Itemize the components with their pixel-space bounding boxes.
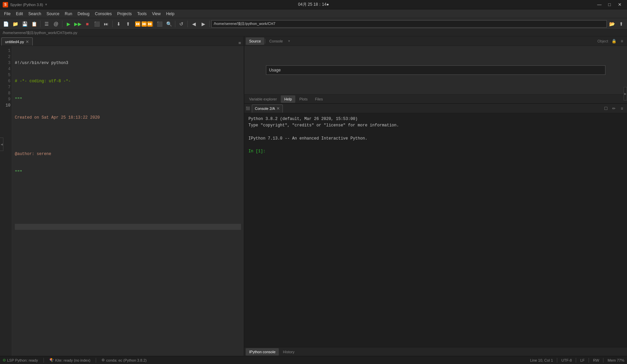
help-tab-source[interactable]: Source	[246, 37, 264, 45]
console-prompt: In [1]:	[248, 149, 265, 154]
editor-tab-untitled4[interactable]: untitled4.py ✕	[1, 37, 33, 46]
step-into-button[interactable]: ⬇	[114, 20, 123, 28]
line-num-2: 2	[1, 54, 10, 60]
console-maximize-button[interactable]: ☐	[602, 105, 609, 112]
console-line-5	[248, 142, 623, 148]
back-button[interactable]: ◀	[189, 20, 198, 28]
open-file-button[interactable]: 📁	[11, 20, 20, 28]
forward-button[interactable]: ▶	[199, 20, 208, 28]
save-as-button[interactable]: 📋	[30, 20, 38, 28]
line-num-1: 1	[1, 48, 10, 54]
filepath-bar: /home/serene/项目/python_work/CH7/pets.py	[0, 30, 627, 36]
tab-variable-explorer[interactable]: Variable explorer	[246, 95, 280, 103]
right-expand-button[interactable]: ▶	[624, 87, 627, 100]
debug-button[interactable]: ⬛	[92, 20, 101, 28]
console-tab-label: Console 2/A	[255, 107, 275, 111]
menu-search[interactable]: Search	[26, 10, 44, 17]
interrupt-button[interactable]: ⬛	[155, 20, 164, 28]
menu-consoles[interactable]: Consoles	[92, 10, 114, 17]
titlebar-controls: — □ ✕	[595, 1, 624, 8]
menu-edit[interactable]: Edit	[13, 10, 26, 17]
maximize-button[interactable]: □	[605, 1, 614, 8]
run-button[interactable]: ▶	[64, 20, 73, 28]
menu-run[interactable]: Run	[62, 10, 75, 17]
console-tab-2a[interactable]: Console 2/A ✕	[252, 104, 283, 113]
menu-projects[interactable]: Projects	[115, 10, 135, 17]
statusbar-sep-4	[576, 358, 576, 363]
editor-tab-menu[interactable]: ≡	[237, 40, 242, 46]
menu-debug[interactable]: Debug	[75, 10, 92, 17]
right-panel: ▶ Source Console ▾ Object 🔒 ≡ Varia	[244, 36, 627, 356]
help-tab-console[interactable]: Console	[266, 37, 286, 45]
line-num-10: 10	[1, 102, 10, 109]
eol: LF	[580, 358, 585, 362]
toolbar-sep-4	[153, 21, 153, 27]
code-line-6: @author: serene	[15, 151, 241, 157]
help-tabs: Source Console ▾ Object 🔒 ≡	[244, 36, 627, 46]
at-button[interactable]: @	[52, 20, 60, 28]
code-line-8	[15, 187, 241, 193]
editor-tabs: untitled4.py ✕ ≡	[0, 36, 244, 46]
path-up-button[interactable]: ⬆	[617, 20, 626, 28]
tab-files[interactable]: Files	[311, 95, 326, 103]
tab-ipython-console[interactable]: IPython console	[246, 348, 279, 356]
app-dropdown-icon[interactable]: ▾	[45, 2, 47, 7]
code-line-2: # -*- coding: utf-8 -*-	[15, 78, 241, 84]
code-line-3: """	[15, 96, 241, 102]
left-sidebar-toggle[interactable]: ◀	[0, 138, 3, 151]
new-file-button[interactable]: 📄	[1, 20, 10, 28]
statusbar-sep-5	[589, 358, 589, 363]
menu-view[interactable]: View	[149, 10, 163, 17]
step-out-button[interactable]: ⬆	[124, 20, 132, 28]
stop-button[interactable]: ■	[83, 20, 92, 28]
rw-status: RW	[593, 358, 599, 362]
console-options-button[interactable]: ≡	[618, 105, 626, 112]
save-file-button[interactable]: 💾	[20, 20, 29, 28]
toolbar: 📄 📁 💾 📋 ☰ @ ▶ ▶▶ ■ ⬛ ⏭ ⬇ ⬆ ⏩ ⏩⏩ ⬛ 🔍 ↺ ◀ …	[0, 18, 627, 30]
minimize-button[interactable]: —	[595, 1, 604, 8]
close-button[interactable]: ✕	[615, 1, 624, 8]
console-line-3	[248, 129, 623, 135]
line-num-9: 9	[1, 96, 10, 102]
code-line-1: #!/usr/bin/env python3	[15, 60, 241, 66]
step-over-button[interactable]: ⏭	[102, 20, 111, 28]
line-num-4: 4	[1, 66, 10, 72]
inspect-button[interactable]: 🔍	[165, 20, 173, 28]
titlebar-time: 04月 25 18：14●	[298, 2, 329, 7]
menu-file[interactable]: File	[1, 10, 13, 17]
menu-source[interactable]: Source	[44, 10, 62, 17]
run-until-button[interactable]: ⏩⏩	[143, 20, 151, 28]
code-editor[interactable]: #!/usr/bin/env python3 # -*- coding: utf…	[12, 46, 244, 356]
line-num-3: 3	[1, 60, 10, 66]
console-bottom-tabs: IPython console History	[244, 347, 627, 356]
help-options-button[interactable]: ≡	[618, 38, 626, 44]
restart-button[interactable]: ↺	[177, 20, 186, 28]
menu-tools[interactable]: Tools	[135, 10, 149, 17]
console-output[interactable]: Python 3.8.2 (default, Mar 26 2020, 15:5…	[244, 113, 627, 347]
tab-history[interactable]: History	[279, 348, 298, 356]
help-bottom-tabs: Variable explorer Help Plots Files	[244, 94, 627, 103]
menu-help[interactable]: Help	[163, 10, 177, 17]
line-num-5: 5	[1, 72, 10, 78]
run-file-button[interactable]: ▶▶	[73, 20, 82, 28]
tab-help[interactable]: Help	[281, 95, 295, 103]
continue-button[interactable]: ⏩	[133, 20, 142, 28]
statusbar: ⊙ LSP Python: ready 🪁 Kite: ready (no in…	[0, 356, 627, 364]
help-tab-arrow[interactable]: ▾	[288, 39, 290, 43]
toolbar-sep-7	[209, 21, 210, 27]
help-lock-button[interactable]: 🔒	[610, 38, 618, 44]
path-browse-button[interactable]: 📂	[607, 20, 616, 28]
console-edit-button[interactable]: ✏	[610, 105, 618, 112]
console-tab-buttons: ☐ ✏ ≡	[602, 105, 626, 112]
console-tab-close[interactable]: ✕	[276, 106, 280, 111]
console-tab-icon: ⬛	[246, 107, 250, 110]
cursor-position: Line 10, Col 1	[530, 358, 553, 362]
path-input[interactable]	[211, 20, 607, 28]
console-line-4: IPython 7.13.0 -- An enhanced Interactiv…	[248, 135, 623, 142]
help-object-input[interactable]	[266, 65, 605, 75]
list-button[interactable]: ☰	[42, 20, 51, 28]
code-line-5	[15, 133, 241, 139]
editor-tab-close[interactable]: ✕	[26, 39, 29, 44]
help-object-area	[244, 46, 627, 94]
tab-plots[interactable]: Plots	[296, 95, 311, 103]
